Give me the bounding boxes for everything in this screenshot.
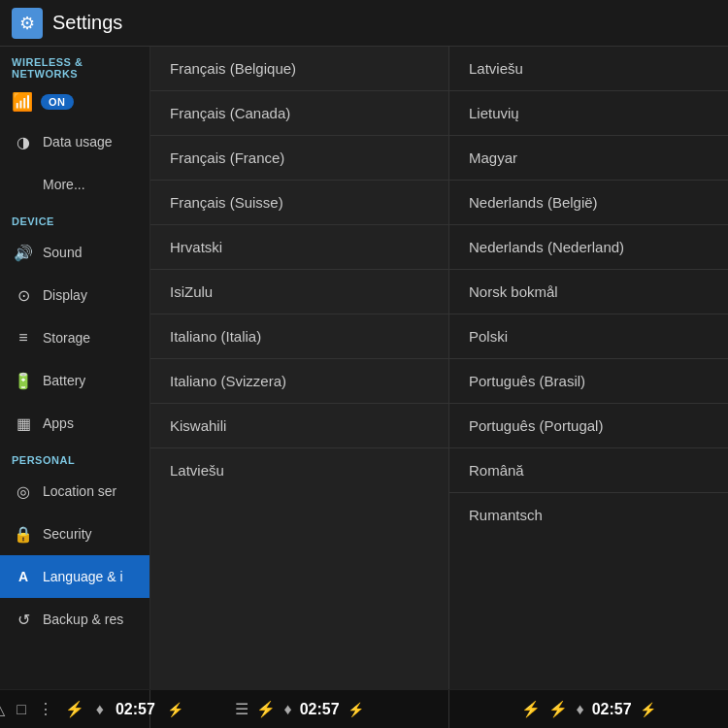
- battery-status-right: ⚡: [640, 702, 656, 717]
- right-panel: Latviešu Lietuvių Magyar Nederlands (Bel…: [449, 47, 728, 689]
- home-icon[interactable]: △: [0, 700, 5, 718]
- display-icon: ⊙: [12, 283, 35, 307]
- sidebar-item-sound[interactable]: 🔊 Sound: [0, 231, 149, 274]
- usb-icon: ⚡: [65, 700, 84, 718]
- list-item[interactable]: Rumantsch: [449, 493, 728, 537]
- storage-icon: ≡: [12, 326, 35, 349]
- list-item[interactable]: Français (Suisse): [150, 181, 448, 225]
- status-time-middle: 02:57: [300, 701, 340, 718]
- status-time-left: 02:57: [116, 701, 155, 718]
- security-label: Security: [43, 526, 92, 542]
- list-item[interactable]: Français (Canada): [150, 91, 448, 136]
- recents-icon[interactable]: □: [17, 701, 26, 718]
- data-usage-label: Data usage: [43, 134, 113, 149]
- faceunlock-icon: ♦: [96, 701, 104, 718]
- display-label: Display: [43, 287, 87, 303]
- list-item[interactable]: Français (Belgique): [150, 47, 448, 91]
- wifi-toggle[interactable]: ON: [41, 94, 74, 110]
- sidebar-item-more[interactable]: More...: [0, 163, 149, 206]
- more-icon: [12, 173, 35, 196]
- list-item[interactable]: Latviešu: [449, 47, 728, 91]
- list-item[interactable]: Polski: [449, 314, 728, 359]
- language-label: Language & i: [43, 569, 123, 584]
- list-item[interactable]: Kiswahili: [150, 404, 448, 448]
- backup-label: Backup & res: [43, 612, 123, 627]
- data-usage-icon: ◑: [12, 130, 35, 153]
- storage-label: Storage: [43, 330, 90, 346]
- sidebar-item-wifi[interactable]: 📶 ON: [0, 83, 149, 120]
- list-item[interactable]: Nederlands (Nederland): [449, 225, 728, 270]
- sidebar-item-apps[interactable]: ▦ Apps: [0, 402, 149, 445]
- section-label-device: DEVICE: [0, 206, 149, 231]
- settings-icon: ⚙: [12, 8, 43, 39]
- sidebar-item-backup[interactable]: ↺ Backup & res: [0, 598, 149, 641]
- list-item[interactable]: Français (France): [150, 136, 448, 181]
- list-item[interactable]: Italiano (Svizzera): [150, 359, 448, 404]
- sidebar: WIRELESS &NETWORKS 📶 ON ◑ Data usage Mor…: [0, 47, 150, 689]
- status-bar: ← △ □ ⋮ ⚡ ♦ 02:57 ⚡ ☰ ⚡ ♦ 02:57 ⚡ ⚡ ⚡ ♦ …: [0, 689, 728, 728]
- sidebar-item-security[interactable]: 🔒 Security: [0, 513, 149, 555]
- apps-icon: ▦: [12, 412, 35, 435]
- list-item[interactable]: Hrvatski: [150, 225, 448, 270]
- right-face-icon: ♦: [576, 701, 583, 718]
- location-icon: ◎: [12, 480, 35, 503]
- top-bar: ⚙ Settings: [0, 0, 728, 47]
- main-content: WIRELESS &NETWORKS 📶 ON ◑ Data usage Mor…: [0, 47, 728, 689]
- status-time-right: 02:57: [592, 701, 632, 718]
- list-item[interactable]: Română: [449, 448, 728, 493]
- battery-icon: 🔋: [12, 369, 35, 392]
- wifi-icon: 📶: [12, 91, 33, 113]
- sidebar-item-battery[interactable]: 🔋 Battery: [0, 359, 149, 402]
- location-label: Location ser: [43, 483, 116, 499]
- status-left: ← △ □ ⋮ ⚡ ♦ 02:57 ⚡: [0, 690, 150, 728]
- list-item[interactable]: IsiZulu: [150, 270, 448, 314]
- sidebar-item-location[interactable]: ◎ Location ser: [0, 470, 149, 513]
- sidebar-item-data-usage[interactable]: ◑ Data usage: [0, 120, 149, 163]
- apps-label: Apps: [43, 415, 74, 431]
- middle-face-icon: ♦: [283, 701, 291, 718]
- sound-label: Sound: [43, 245, 82, 260]
- sidebar-item-language[interactable]: A Language & i: [0, 555, 149, 598]
- status-right: ⚡ ⚡ ♦ 02:57 ⚡: [449, 700, 728, 718]
- sound-icon: 🔊: [12, 241, 35, 264]
- list-item[interactable]: Norsk bokmål: [449, 270, 728, 314]
- middle-panel: Français (Belgique) Français (Canada) Fr…: [150, 47, 449, 689]
- battery-label: Battery: [43, 373, 85, 388]
- list-item[interactable]: Latviešu: [150, 448, 448, 492]
- page-title: Settings: [52, 12, 122, 34]
- menu-icon[interactable]: ⋮: [38, 700, 53, 718]
- section-label-wireless: WIRELESS &NETWORKS: [0, 47, 149, 83]
- battery-status-middle: ⚡: [347, 702, 364, 717]
- more-label: More...: [43, 177, 85, 192]
- security-icon: 🔒: [12, 522, 35, 546]
- right-menu-icon[interactable]: ⚡: [521, 700, 541, 718]
- right-usb-icon: ⚡: [548, 700, 568, 718]
- section-label-personal: PERSONAL: [0, 445, 149, 470]
- list-item[interactable]: Nederlands (België): [449, 181, 728, 225]
- sidebar-item-storage[interactable]: ≡ Storage: [0, 316, 149, 359]
- list-item[interactable]: Italiano (Italia): [150, 314, 448, 359]
- list-item[interactable]: Magyar: [449, 136, 728, 181]
- middle-usb-icon: ⚡: [256, 700, 276, 718]
- list-item[interactable]: Português (Portugal): [449, 404, 728, 448]
- list-item[interactable]: Lietuvių: [449, 91, 728, 136]
- sidebar-item-display[interactable]: ⊙ Display: [0, 274, 149, 316]
- backup-icon: ↺: [12, 608, 35, 631]
- middle-menu-icon[interactable]: ☰: [235, 700, 248, 718]
- language-icon: A: [12, 565, 35, 588]
- status-middle: ☰ ⚡ ♦ 02:57 ⚡: [150, 690, 449, 728]
- list-item[interactable]: Português (Brasil): [449, 359, 728, 404]
